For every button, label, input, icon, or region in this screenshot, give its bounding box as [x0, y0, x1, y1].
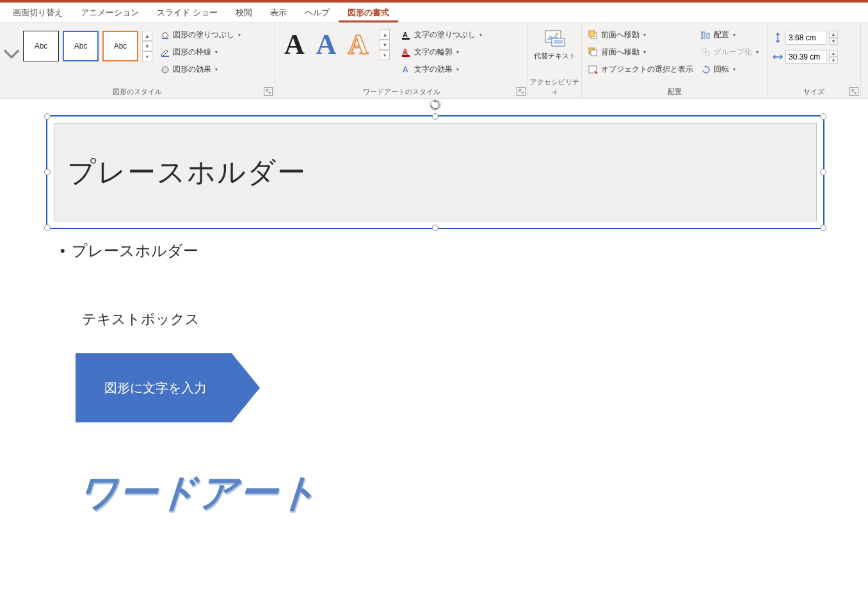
group-size: ▲▼ ▲▼ サイズ — [768, 23, 861, 98]
wordart-preset-1[interactable]: A — [284, 31, 305, 59]
text-fill-button[interactable]: A 文字の塗りつぶし ▾ — [399, 28, 485, 42]
tab-shape-format[interactable]: 図形の書式 — [339, 3, 398, 22]
chevron-down-icon: ▾ — [456, 49, 459, 55]
shape-style-preset-2[interactable]: Abc — [63, 31, 99, 61]
rotate-handle-icon — [429, 99, 442, 111]
resize-handle-tl[interactable] — [44, 113, 51, 120]
text-effects-button[interactable]: A 文字の効果 ▾ — [399, 63, 485, 76]
chevron-down-icon: ▾ — [643, 32, 646, 38]
gallery-scroll-down[interactable]: ▼ — [380, 40, 390, 50]
text-outline-icon: A — [401, 47, 412, 58]
chevron-down-icon: ▾ — [643, 49, 646, 55]
wordart-gallery-scroll: ▲ ▼ ▾ — [380, 29, 390, 60]
resize-handle-br[interactable] — [820, 225, 826, 231]
textbox-object[interactable]: テキストボックス — [82, 310, 200, 329]
wordart-style-gallery[interactable]: A A A ▲ ▼ ▾ — [278, 26, 396, 64]
pen-outline-icon — [160, 47, 170, 58]
alt-text-icon — [544, 29, 566, 49]
shape-style-gallery[interactable]: Abc Abc Abc ▲ ▼ ▾ — [20, 26, 155, 67]
rotate-button[interactable]: 回転 ▾ — [698, 63, 761, 76]
placeholder-title-text[interactable]: プレースホルダー — [67, 154, 307, 191]
resize-handle-tr[interactable] — [820, 113, 826, 120]
chevron-down-icon: ▾ — [479, 32, 482, 38]
dialog-launcher-icon — [518, 89, 524, 94]
svg-rect-16 — [591, 50, 597, 56]
wordart-preset-3[interactable]: A — [348, 31, 369, 59]
resize-handle-mr[interactable] — [820, 169, 826, 175]
ribbon: Abc Abc Abc ▲ ▼ ▾ 図形の塗りつぶし ▾ 図形の枠線 — [0, 23, 868, 99]
dialog-launcher-wordart[interactable] — [517, 87, 526, 96]
shape-outline-button[interactable]: 図形の枠線 ▾ — [157, 45, 243, 59]
bullet-text: プレースホルダー — [72, 241, 198, 261]
shape-effects-button[interactable]: 図形の効果 ▾ — [157, 63, 243, 76]
text-outline-button[interactable]: A 文字の輪郭 ▾ — [399, 45, 485, 59]
chevron-down-icon: ▾ — [733, 67, 735, 72]
resize-handle-ml[interactable] — [44, 169, 51, 175]
align-button[interactable]: 配置 ▾ — [698, 28, 761, 42]
svg-text:A: A — [403, 48, 408, 56]
dialog-launcher-icon — [851, 89, 856, 94]
gallery-more[interactable]: ▾ — [380, 50, 390, 60]
svg-point-9 — [556, 33, 558, 35]
alt-text-button[interactable]: 代替テキスト — [531, 26, 579, 65]
svg-text:A: A — [403, 65, 408, 74]
shape-fill-button[interactable]: 図形の塗りつぶし ▾ — [157, 28, 243, 42]
shape-style-preset-3[interactable]: Abc — [102, 31, 138, 61]
gallery-scroll-down[interactable]: ▼ — [142, 41, 152, 51]
height-spinner[interactable]: ▲▼ — [829, 31, 838, 45]
tab-transition[interactable]: 画面切り替え — [4, 3, 72, 22]
send-backward-label: 背面へ移動 — [601, 47, 639, 58]
text-effects-icon: A — [401, 65, 412, 75]
selection-pane-button[interactable]: オブジェクトの選択と表示 — [586, 63, 696, 76]
dialog-launcher-icon — [266, 89, 271, 94]
dialog-launcher-size[interactable] — [849, 87, 858, 96]
tab-slideshow[interactable]: スライド ショー — [148, 3, 227, 22]
shape-fill-label: 図形の塗りつぶし — [173, 29, 234, 40]
resize-handle-tc[interactable] — [432, 113, 438, 120]
send-backward-button[interactable]: 背面へ移動 ▾ — [586, 45, 696, 59]
group-button: グループ化 ▾ — [698, 45, 761, 59]
width-input[interactable] — [785, 50, 826, 64]
svg-rect-0 — [162, 38, 168, 39]
shape-outline-label: 図形の枠線 — [173, 47, 211, 58]
gallery-scroll-up[interactable]: ▲ — [142, 31, 152, 41]
height-input[interactable] — [785, 31, 826, 45]
tab-view[interactable]: 表示 — [261, 3, 296, 22]
group-label-wordart-styles: ワードアートのスタイル — [275, 87, 527, 97]
placeholder-body[interactable]: プレースホルダー — [54, 123, 817, 221]
content-placeholder-bullet[interactable]: プレースホルダー — [60, 241, 198, 261]
bring-forward-button[interactable]: 前面へ移動 ▾ — [586, 28, 696, 42]
gallery-scroll-up[interactable]: ▲ — [380, 29, 390, 40]
wordart-preset-2[interactable]: A — [316, 31, 337, 59]
height-field-row: ▲▼ — [773, 31, 838, 45]
shape-style-preset-1[interactable]: Abc — [23, 31, 59, 61]
dialog-launcher-shape-styles[interactable] — [264, 87, 273, 96]
paint-bucket-icon — [160, 30, 170, 40]
resize-handle-bl[interactable] — [44, 225, 51, 231]
slide-canvas[interactable]: プレースホルダー プレースホルダー テキストボックス 図形に文字を入力 ワードア… — [0, 99, 868, 608]
svg-rect-14 — [589, 31, 595, 36]
text-outline-label: 文字の輪郭 — [414, 47, 453, 58]
svg-rect-18 — [702, 32, 705, 38]
gallery-scroll: ▲ ▼ ▾ — [142, 31, 152, 61]
group-label: グループ化 — [714, 47, 752, 58]
selected-placeholder[interactable]: プレースホルダー — [46, 115, 824, 229]
wordart-object[interactable]: ワードアート — [76, 467, 321, 519]
resize-handle-bc[interactable] — [432, 225, 438, 231]
tab-animation[interactable]: アニメーション — [72, 3, 148, 22]
rotate-handle[interactable] — [429, 99, 442, 111]
gallery-more[interactable]: ▾ — [142, 51, 152, 61]
bring-forward-icon — [588, 30, 599, 40]
chevron-down-icon: ▾ — [215, 49, 218, 55]
send-backward-icon — [588, 47, 599, 58]
tab-help[interactable]: ヘルプ — [296, 3, 339, 22]
ribbon-tabs: 画面切り替え アニメーション スライド ショー 校閲 表示 ヘルプ 図形の書式 — [0, 3, 868, 23]
svg-rect-4 — [402, 38, 410, 40]
insert-shapes-dropdown[interactable] — [3, 26, 20, 82]
align-icon — [701, 30, 711, 40]
tab-review[interactable]: 校閲 — [227, 3, 261, 22]
height-icon — [773, 33, 783, 43]
width-spinner[interactable]: ▲▼ — [829, 50, 838, 64]
arrow-shape[interactable]: 図形に文字を入力 — [76, 353, 260, 422]
chevron-down-icon: ▾ — [733, 32, 735, 38]
